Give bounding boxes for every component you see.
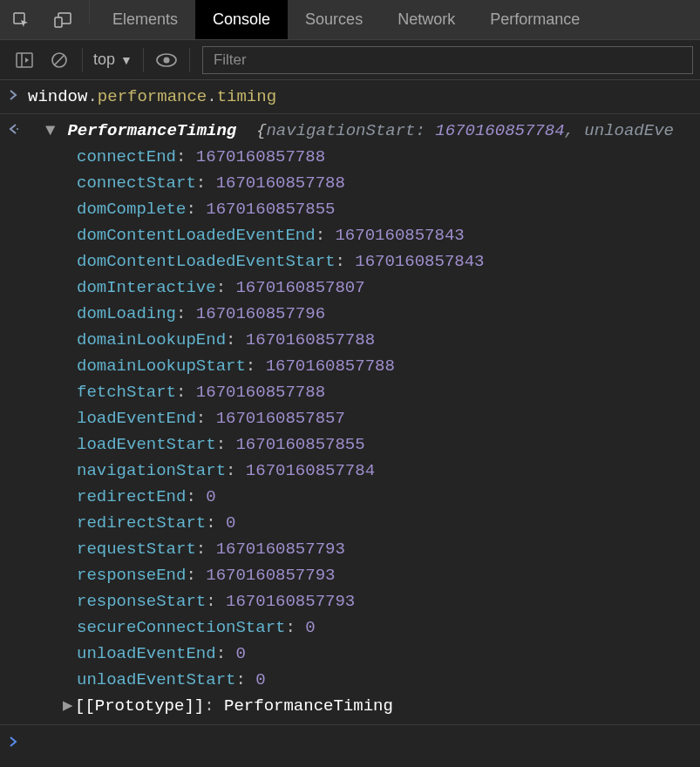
context-selector[interactable]: top ▼ xyxy=(88,51,138,69)
console-body: window.performance.timing ▼ PerformanceT… xyxy=(0,80,700,752)
tab-performance[interactable]: Performance xyxy=(472,0,597,39)
colon: : xyxy=(316,226,336,245)
inspect-icon[interactable] xyxy=(0,0,42,39)
property-row[interactable]: unloadEventEnd: 0 xyxy=(45,641,700,667)
clear-console-icon[interactable] xyxy=(42,46,77,74)
expand-toggle-icon[interactable]: ▼ xyxy=(45,118,58,144)
colon: : xyxy=(226,330,246,350)
colon: : xyxy=(216,644,236,663)
open-brace: { xyxy=(247,121,267,140)
toggle-sidebar-icon[interactable] xyxy=(7,46,42,74)
prototype-row[interactable]: ▶[[Prototype]]: PerformanceTiming xyxy=(45,693,700,719)
svg-point-8 xyxy=(163,57,169,63)
colon: : xyxy=(216,435,236,454)
property-row[interactable]: domComplete: 1670160857855 xyxy=(45,196,700,222)
preview-value: 1670160857784 xyxy=(435,121,564,140)
tab-sources[interactable]: Sources xyxy=(288,0,380,39)
property-value: 1670160857788 xyxy=(196,383,325,402)
property-row[interactable]: domContentLoadedEventEnd: 1670160857843 xyxy=(45,222,700,248)
property-row[interactable]: requestStart: 1670160857793 xyxy=(45,536,700,562)
filter-input[interactable] xyxy=(202,46,693,74)
expand-toggle-icon[interactable]: ▶ xyxy=(63,693,75,719)
token-dot: . xyxy=(207,87,216,106)
colon: : xyxy=(176,383,196,402)
property-row[interactable]: secureConnectionStart: 0 xyxy=(45,614,700,641)
property-value: 0 xyxy=(226,513,235,533)
tab-console[interactable]: Console xyxy=(195,0,288,39)
property-row[interactable]: fetchStart: 1670160857788 xyxy=(45,379,700,405)
console-output-row: ▼ PerformanceTiming {navigationStart: 16… xyxy=(0,114,700,719)
colon: : xyxy=(206,513,226,533)
console-prompt-row[interactable] xyxy=(0,724,700,752)
property-row[interactable]: responseEnd: 1670160857793 xyxy=(45,562,700,588)
property-key: unloadEventEnd xyxy=(77,644,216,663)
property-key: requestStart xyxy=(77,540,196,559)
console-input-row: window.performance.timing xyxy=(0,82,700,114)
property-value: 1670160857788 xyxy=(216,173,345,193)
colon: : xyxy=(206,592,226,611)
console-toolbar: top ▼ xyxy=(0,40,700,80)
property-row[interactable]: responseStart: 1670160857793 xyxy=(45,588,700,614)
property-value: 1670160857843 xyxy=(335,226,464,245)
console-input-text[interactable]: window.performance.timing xyxy=(28,84,700,110)
token-property: performance xyxy=(98,87,207,106)
property-value: 0 xyxy=(206,487,215,506)
property-row[interactable]: domContentLoadedEventStart: 167016085784… xyxy=(45,248,700,275)
svg-rect-2 xyxy=(55,17,62,27)
tab-elements[interactable]: Elements xyxy=(95,0,195,39)
input-prompt-icon xyxy=(0,730,28,747)
property-key: redirectEnd xyxy=(77,487,186,506)
preview-separator: , xyxy=(565,121,585,140)
property-row[interactable]: navigationStart: 1670160857784 xyxy=(45,458,700,484)
colon: : xyxy=(186,200,206,219)
separator xyxy=(143,48,144,72)
svg-line-6 xyxy=(55,55,65,64)
property-key: loadEventStart xyxy=(77,435,216,454)
property-key: responseEnd xyxy=(77,566,186,585)
colon: : xyxy=(176,304,196,323)
device-toolbar-icon[interactable] xyxy=(42,0,84,39)
property-row[interactable]: loadEventEnd: 1670160857857 xyxy=(45,405,700,431)
live-expression-icon[interactable] xyxy=(149,46,184,74)
type-name: PerformanceTiming xyxy=(67,121,236,140)
property-key: domContentLoadedEventStart xyxy=(77,252,335,271)
chevron-down-icon: ▼ xyxy=(120,53,133,67)
property-row[interactable]: loadEventStart: 1670160857855 xyxy=(45,431,700,458)
property-value: 0 xyxy=(235,644,245,663)
context-label: top xyxy=(93,51,115,69)
input-prompt-icon xyxy=(0,84,28,100)
property-value: 1670160857784 xyxy=(246,461,375,480)
property-key: secureConnectionStart xyxy=(77,618,285,637)
property-row[interactable]: domLoading: 1670160857796 xyxy=(45,301,700,327)
property-row[interactable]: redirectEnd: 0 xyxy=(45,484,700,510)
separator xyxy=(189,48,190,72)
property-row[interactable]: unloadEventStart: 0 xyxy=(45,667,700,693)
property-key: responseStart xyxy=(77,592,206,611)
colon: : xyxy=(335,252,355,271)
colon: : xyxy=(204,696,224,716)
proto-value: PerformanceTiming xyxy=(224,696,393,716)
property-key: unloadEventStart xyxy=(77,670,235,689)
property-row[interactable]: connectStart: 1670160857788 xyxy=(45,170,700,196)
proto-label: [[Prototype]] xyxy=(75,696,204,716)
property-value: 1670160857855 xyxy=(235,435,364,454)
devtools-tabbar: Elements Console Sources Network Perform… xyxy=(0,0,700,40)
property-key: domInteractive xyxy=(77,278,216,297)
colon: : xyxy=(235,670,255,689)
property-row[interactable]: domInteractive: 1670160857807 xyxy=(45,275,700,301)
colon: : xyxy=(285,618,305,637)
preview-colon: : xyxy=(416,121,436,140)
property-row[interactable]: domainLookupStart: 1670160857788 xyxy=(45,353,700,379)
property-value: 1670160857793 xyxy=(226,592,355,611)
separator xyxy=(82,48,83,72)
property-row[interactable]: connectEnd: 1670160857788 xyxy=(45,144,700,170)
tab-network[interactable]: Network xyxy=(380,0,472,39)
property-row[interactable]: redirectStart: 0 xyxy=(45,510,700,536)
property-row[interactable]: domainLookupEnd: 1670160857788 xyxy=(45,327,700,353)
colon: : xyxy=(226,461,246,480)
svg-point-9 xyxy=(17,128,18,130)
preview-key: navigationStart xyxy=(266,121,415,140)
property-value: 1670160857857 xyxy=(216,409,345,428)
colon: : xyxy=(196,173,216,193)
svg-rect-3 xyxy=(17,53,32,67)
